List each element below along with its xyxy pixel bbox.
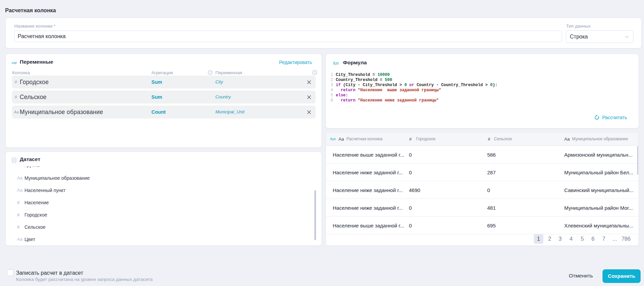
- svg-text:?: ?: [314, 71, 315, 74]
- svg-text:?: ?: [209, 71, 211, 74]
